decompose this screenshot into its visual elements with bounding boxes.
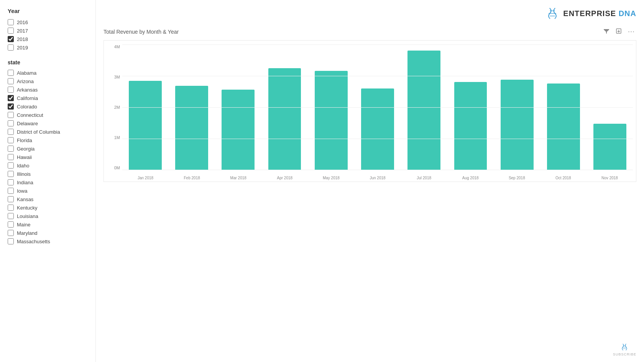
state-item-arkansas[interactable]: Arkansas [8,85,88,94]
state-label-florida: Florida [17,138,32,143]
year-checkbox-2019[interactable] [8,44,14,51]
x-label-nov-2018: Nov 2018 [586,176,633,180]
state-item-maryland[interactable]: Maryland [8,229,88,237]
filter-button[interactable] [602,27,611,36]
year-label-2017: 2017 [17,28,28,34]
bar-sep-2018[interactable] [501,80,534,170]
state-label-louisiana: Louisiana [17,213,38,219]
state-checkbox-kansas[interactable] [8,196,14,202]
bar-jul-2018[interactable] [407,51,440,170]
state-checkbox-hawaii[interactable] [8,154,14,160]
state-label-hawaii: Hawaii [17,154,32,160]
year-label-2018: 2018 [17,36,28,42]
state-item-florida[interactable]: Florida [8,136,88,144]
state-checkbox-colorado[interactable] [8,103,14,110]
year-item-2018[interactable]: 2018 [8,35,88,43]
chart-title: Total Revenue by Month & Year [104,29,179,35]
x-label-jun-2018: Jun 2018 [354,176,401,180]
state-item-alabama[interactable]: Alabama [8,69,88,77]
x-label-feb-2018: Feb 2018 [169,176,215,180]
state-item-arizona[interactable]: Arizona [8,77,88,85]
bar-feb-2018[interactable] [175,86,208,170]
dna-logo-icon [545,6,560,21]
y-label-0m: 0M [114,165,120,170]
state-checkbox-louisiana[interactable] [8,213,14,219]
export-button[interactable] [614,27,623,36]
year-checkbox-2017[interactable] [8,28,14,34]
logo-text: ENTERPRISE DNA [563,9,636,18]
sidebar: Year 2016201720182019 state AlabamaArizo… [0,0,96,362]
state-checkbox-california[interactable] [8,95,14,101]
x-label-jul-2018: Jul 2018 [401,176,447,180]
state-item-idaho[interactable]: Idaho [8,161,88,170]
state-checkbox-iowa[interactable] [8,188,14,194]
state-checkbox-georgia[interactable] [8,146,14,152]
y-axis: 4M 3M 2M 1M 0M [104,44,122,170]
state-checkbox-idaho[interactable] [8,162,14,169]
state-item-colorado[interactable]: Colorado [8,102,88,111]
state-label-kansas: Kansas [17,197,33,202]
x-label-may-2018: May 2018 [308,176,354,180]
state-label-alabama: Alabama [17,70,36,76]
state-label-indiana: Indiana [17,180,33,185]
grid-area [122,44,633,170]
x-label-apr-2018: Apr 2018 [261,176,308,180]
state-label-kentucky: Kentucky [17,205,37,211]
chart-actions: ··· [602,27,636,36]
year-item-2019[interactable]: 2019 [8,43,88,52]
state-item-kansas[interactable]: Kansas [8,195,88,203]
year-item-2017[interactable]: 2017 [8,26,88,35]
bar-apr-2018[interactable] [268,68,301,170]
state-checkbox-maryland[interactable] [8,230,14,236]
state-label-georgia: Georgia [17,146,34,152]
state-item-california[interactable]: California [8,94,88,102]
state-item-district-of-columbia[interactable]: District of Columbia [8,128,88,136]
state-section-title: state [8,59,88,66]
year-item-2016[interactable]: 2016 [8,18,88,26]
bar-jun-2018[interactable] [361,88,394,170]
state-item-hawaii[interactable]: Hawaii [8,153,88,161]
state-item-indiana[interactable]: Indiana [8,178,88,187]
state-label-iowa: Iowa [17,188,27,194]
bar-jan-2018[interactable] [129,81,162,170]
state-label-delaware: Delaware [17,121,38,126]
state-checkbox-arizona[interactable] [8,78,14,84]
chart-wrapper: 4M 3M 2M 1M 0M Jan 2018Feb [104,40,636,182]
state-item-delaware[interactable]: Delaware [8,119,88,128]
state-checkbox-massachusetts[interactable] [8,238,14,244]
state-checkbox-kentucky[interactable] [8,205,14,211]
state-label-maine: Maine [17,222,30,228]
state-checkbox-district-of-columbia[interactable] [8,129,14,135]
state-item-iowa[interactable]: Iowa [8,187,88,195]
bar-oct-2018[interactable] [547,84,580,170]
year-label-2019: 2019 [17,45,28,51]
state-checkbox-illinois[interactable] [8,171,14,177]
main-container: Year 2016201720182019 state AlabamaArizo… [0,0,644,362]
bar-aug-2018[interactable] [454,82,487,170]
state-checkbox-alabama[interactable] [8,70,14,76]
state-label-idaho: Idaho [17,163,30,169]
state-item-connecticut[interactable]: Connecticut [8,111,88,119]
state-checkbox-maine[interactable] [8,221,14,228]
bar-may-2018[interactable] [315,71,348,170]
state-checkbox-florida[interactable] [8,137,14,143]
state-item-illinois[interactable]: Illinois [8,170,88,178]
state-checkbox-arkansas[interactable] [8,87,14,93]
state-checkbox-delaware[interactable] [8,120,14,126]
year-label-2016: 2016 [17,20,28,25]
state-item-kentucky[interactable]: Kentucky [8,203,88,212]
year-filter-list: 2016201720182019 [8,18,88,52]
state-item-georgia[interactable]: Georgia [8,144,88,153]
year-checkbox-2018[interactable] [8,36,14,42]
bar-nov-2018[interactable] [593,124,626,170]
state-item-maine[interactable]: Maine [8,220,88,229]
state-label-district-of-columbia: District of Columbia [17,129,60,135]
state-checkbox-connecticut[interactable] [8,112,14,118]
bar-mar-2018[interactable] [222,90,255,170]
year-checkbox-2016[interactable] [8,19,14,25]
more-options-button[interactable]: ··· [626,27,636,36]
state-checkbox-indiana[interactable] [8,179,14,185]
state-item-louisiana[interactable]: Louisiana [8,212,88,220]
state-filter-list: AlabamaArizonaArkansasCaliforniaColorado… [8,69,88,246]
state-item-massachusetts[interactable]: Massachusetts [8,237,88,246]
